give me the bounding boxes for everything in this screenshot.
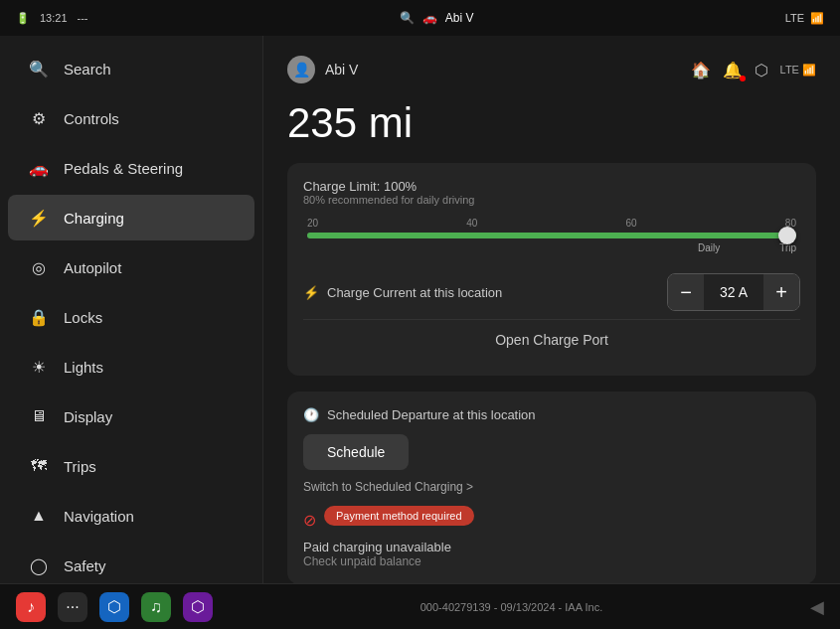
charge-current-text: Charge Current at this location [327,285,502,300]
sidebar-item-safety[interactable]: ◯ Safety [8,543,254,583]
sidebar: 🔍 Search ⚙ Controls 🚗 Pedals & Steering … [0,36,263,583]
signal-separator: --- [78,12,88,24]
increase-current-button[interactable]: + [763,274,799,310]
slider-fill [307,233,796,238]
sidebar-lights-label: Lights [64,359,103,376]
taskbar: ♪ ··· ⬡ ♫ ⬡ 000-40279139 - 09/13/2024 - … [0,583,840,629]
charge-current-control: − 32 A + [667,273,800,311]
sidebar-item-lights[interactable]: ☀ Lights [8,344,254,390]
paid-unavailable-text: Paid charging unavailable [303,540,800,554]
slider-label-20: 20 [307,218,318,229]
sidebar-controls-label: Controls [64,110,119,127]
slider-thumb[interactable] [778,227,796,244]
slider-track [307,233,796,238]
status-right: LTE 📶 [785,12,824,25]
charge-slider-container[interactable]: 20 40 60 80 Daily Trip [303,218,800,253]
display-icon: 🖥 [28,405,50,427]
taskbar-right: ◀ [810,596,824,618]
slider-label-40: 40 [466,218,477,229]
sidebar-item-autopilot[interactable]: ◎ Autopilot [8,244,254,290]
current-value-display: 32 A [704,274,763,310]
sidebar-charging-label: Charging [64,210,124,227]
profile-name: Abi V [325,62,358,78]
check-balance-text: Check unpaid balance [303,554,800,568]
lte-status-icon: LTE 📶 [780,64,816,77]
switch-charging-link[interactable]: Switch to Scheduled Charging > [303,480,800,494]
slider-label-60: 60 [626,218,637,229]
sidebar-item-navigation[interactable]: ▲ Navigation [8,493,254,539]
sidebar-search-label: Search [64,61,111,78]
decrease-current-button[interactable]: − [668,274,704,310]
content-area: 👤 Abi V 🏠 🔔 ⬡ LTE 📶 235 mi Charge Limit:… [263,36,840,583]
payment-error-row: ⊘ Payment method required [303,506,800,534]
spotify-icon[interactable]: ♫ [141,592,171,622]
status-bar: 🔋 13:21 --- 🔍 🚗 Abi V LTE 📶 [0,0,840,36]
schedule-title-text: Scheduled Departure at this location [327,407,536,422]
sidebar-trips-label: Trips [64,458,96,475]
schedule-button[interactable]: Schedule [303,434,409,470]
taskbar-center-text: 000-40279139 - 09/13/2024 - IAA Inc. [420,601,602,613]
charge-current-label: ⚡ Charge Current at this location [303,285,502,300]
lock-icon: 🔒 [28,306,50,328]
charge-card: Charge Limit: 100% 80% recommended for d… [287,163,816,376]
sidebar-item-trips[interactable]: 🗺 Trips [8,443,254,489]
navigation-icon: ▲ [28,505,50,527]
search-icon: 🔍 [28,58,50,79]
slider-labels: 20 40 60 80 [303,218,800,229]
daily-trip-labels: Daily Trip [303,242,800,253]
sidebar-item-search[interactable]: 🔍 Search [8,46,254,91]
lte-label: LTE [785,12,804,24]
status-icons-row: 🏠 🔔 ⬡ LTE 📶 [691,61,816,79]
profile-header: 👤 Abi V 🏠 🔔 ⬡ LTE 📶 [287,56,816,83]
search-icon-top: 🔍 [400,11,415,25]
taskbar-left: ♪ ··· ⬡ ♫ ⬡ [16,592,213,622]
error-circle-icon: ⊘ [303,511,316,530]
bluetooth-app-icon[interactable]: ⬡ [99,592,129,622]
open-charge-port-button[interactable]: Open Charge Port [303,319,800,360]
time-display: 13:21 [40,12,68,24]
trips-icon: 🗺 [28,455,50,477]
charge-current-row: ⚡ Charge Current at this location − 32 A… [303,273,800,311]
more-apps-icon[interactable]: ··· [58,592,87,622]
signal-bars: 📶 [810,12,824,25]
schedule-title: 🕐 Scheduled Departure at this location [303,407,800,422]
sidebar-locks-label: Locks [64,309,102,326]
sidebar-item-charging[interactable]: ⚡ Charging [8,195,254,240]
main-area: 🔍 Search ⚙ Controls 🚗 Pedals & Steering … [0,36,840,583]
charging-icon: ⚡ [28,207,50,229]
tesla-logo: 🚗 [422,11,437,25]
pedals-icon: 🚗 [28,157,50,179]
status-center: 🔍 🚗 Abi V [400,11,474,25]
extra-app-icon[interactable]: ⬡ [183,592,213,622]
sidebar-pedals-label: Pedals & Steering [64,160,183,177]
sidebar-navigation-label: Navigation [64,508,134,525]
home-icon: 🏠 [691,61,711,79]
bolt-icon: ⚡ [303,285,319,300]
bottom-info-text: 000-40279139 - 09/13/2024 - IAA Inc. [420,601,602,613]
payment-error-badge: Payment method required [324,506,474,526]
sidebar-display-label: Display [64,408,112,425]
daily-label: Daily [698,242,720,253]
profile-left: 👤 Abi V [287,56,358,83]
schedule-card: 🕐 Scheduled Departure at this location S… [287,392,816,583]
bell-icon: 🔔 [723,61,743,79]
avatar: 👤 [287,56,315,83]
nav-back-button[interactable]: ◀ [810,596,824,618]
sidebar-autopilot-label: Autopilot [64,259,121,276]
top-user-label: Abi V [445,11,474,25]
sidebar-safety-label: Safety [64,557,106,574]
sidebar-item-display[interactable]: 🖥 Display [8,393,254,439]
notification-badge [740,76,746,81]
status-left: 🔋 13:21 --- [16,12,88,25]
sidebar-item-controls[interactable]: ⚙ Controls [8,95,254,141]
lights-icon: ☀ [28,356,50,378]
clock-icon: 🕐 [303,407,319,422]
charge-limit-sub: 80% recommended for daily driving [303,194,800,206]
charge-limit-label: Charge Limit: 100% [303,179,800,194]
music-app-icon[interactable]: ♪ [16,592,46,622]
range-display: 235 mi [287,99,816,147]
battery-icon: 🔋 [16,12,30,25]
sidebar-item-locks[interactable]: 🔒 Locks [8,294,254,340]
sidebar-item-pedals[interactable]: 🚗 Pedals & Steering [8,145,254,191]
controls-icon: ⚙ [28,107,50,129]
